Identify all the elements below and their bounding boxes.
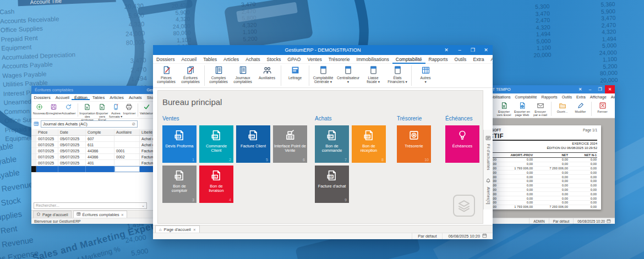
tile-bon-de-commande[interactable]: BCBon de commande7	[315, 125, 349, 163]
table-row[interactable]: 007/202505/07/2025401Facture N° 007/2025…	[31, 160, 172, 166]
menu-item-outils[interactable]: Outils	[451, 55, 470, 64]
column-header-date[interactable]: Date	[58, 129, 86, 135]
journal-selector[interactable]: Journal des Achats (AC) ⊘	[41, 120, 138, 128]
tab-ecritures-comptables[interactable]: Écritures comptables✕	[73, 211, 127, 218]
tile-commande-client[interactable]: CCCommande Client2	[199, 125, 233, 163]
menu-item-accueil[interactable]: Accueil	[178, 55, 200, 64]
report-preview-window[interactable]: TEST TEMPO ✕–❐✕ ImmobilisationsComptabil…	[473, 85, 615, 224]
menu-item-stocks[interactable]: Stocks	[263, 55, 284, 64]
minimize-button[interactable]: –	[453, 45, 466, 55]
menu-item-articles[interactable]: Articles	[107, 95, 127, 100]
minimize-button[interactable]: –	[585, 85, 595, 93]
button-lettrage[interactable]: Lettrage	[283, 64, 307, 87]
menu-item-edition[interactable]: Édition	[72, 95, 90, 100]
table-row[interactable]: 007/202505/07/2025443660002Facture N° 00…	[31, 154, 172, 160]
button-autres-formats[interactable]: Autres formats ▾	[109, 102, 123, 118]
maximize-button[interactable]: ❐	[466, 45, 479, 55]
button-modifier[interactable]: Modifier	[571, 101, 590, 117]
maximize-button[interactable]: ❐	[595, 85, 605, 93]
button-envoyer-par-e-mail[interactable]: Envoyer par e-mail	[531, 101, 549, 117]
menu-item-accueil[interactable]: Accueil	[53, 95, 72, 100]
button-etats-financiers[interactable]: États Financiers ▾	[385, 64, 410, 87]
calendar-icon[interactable]	[482, 233, 487, 239]
button-exporter-en-page-web[interactable]: Exporter en page Web	[513, 101, 531, 117]
button-centralisateur[interactable]: Centralisateur ▾	[335, 64, 361, 87]
menu-item-immobilisations[interactable]: Immobilisations	[353, 55, 392, 64]
clear-icon[interactable]: ⊘	[132, 122, 135, 126]
menu-item-rapports[interactable]: Rapports	[425, 55, 451, 64]
detach-button[interactable]: ✕	[440, 45, 453, 55]
menu-item-rapports[interactable]: Rapports	[539, 95, 559, 100]
button-comptes-comptables[interactable]: Comptes comptables	[206, 64, 231, 87]
menu-item-achats[interactable]: Achats	[242, 55, 263, 64]
tab-page-d-accueil[interactable]: Page d'accueil	[33, 211, 72, 218]
button-comptabilite-generale[interactable]: Comptabilité Générale ▾	[311, 64, 335, 87]
tile-bon-de-comptoir[interactable]: BCBon de comptoir3	[162, 166, 197, 203]
button-exporter-vers-excel[interactable]: Exporter vers Excel	[95, 102, 109, 118]
button-validation[interactable]: Validation	[140, 102, 154, 118]
menu-item-achats[interactable]: Achats	[126, 95, 144, 100]
button-nouveau[interactable]: Nouveau	[32, 102, 46, 118]
button-imprimer[interactable]: Imprimer	[123, 102, 137, 118]
chevron-down-icon[interactable]: ⌄	[141, 203, 145, 208]
tile-facture-client[interactable]: FCFacture Client5	[236, 125, 270, 163]
button-importation-des-ecritures[interactable]: Importation des écritures	[79, 102, 95, 118]
button-liasse-fiscale[interactable]: Liasse fiscale ▾	[361, 64, 385, 87]
menu-item-gpao[interactable]: GPAO	[284, 55, 304, 64]
menu-item-tresorerie[interactable]: Trésorerie	[325, 55, 353, 64]
button-ecritures-comptables[interactable]: Écritures comptables	[178, 64, 203, 87]
gestiumerp-main-window[interactable]: GestiumERP - DEMONSTRATION ✕–❐✕ Dossiers…	[153, 45, 493, 239]
report-preview-area[interactable]: RTASOFT Page 1/1 ACTIF EXERCICE 2024 ÉDI…	[473, 118, 615, 218]
main-window-titlebar[interactable]: GestiumERP - DEMONSTRATION ✕–❐✕	[153, 45, 493, 55]
close-button[interactable]: ✕	[479, 45, 493, 55]
close-button[interactable]: ✕	[605, 85, 615, 93]
button-exporter-vers-excel[interactable]: Exporter vers Excel	[495, 101, 513, 117]
tile-tresorerie[interactable]: Trésorerie10	[397, 125, 431, 163]
menu-item-comptabilite[interactable]: Comptabilité	[392, 55, 425, 64]
menu-item-aide[interactable]: Aide	[609, 95, 615, 100]
menu-item-ventes[interactable]: Ventes	[304, 55, 325, 64]
left-window-titlebar[interactable]: Écritures comptables GestiumERP	[31, 86, 172, 94]
right-window-titlebar[interactable]: TEST TEMPO ✕–❐✕	[473, 85, 615, 93]
button-actualiser[interactable]: Actualiser	[62, 102, 75, 118]
menu-item-comptabilite[interactable]: Comptabilité	[513, 95, 539, 100]
tile-interface-point-de-vente[interactable]: Interface Point de Vente6	[273, 125, 307, 163]
tile-facture-d-achat[interactable]: FAFacture d'achat9	[315, 166, 349, 203]
menu-item-affichage[interactable]: Affichage	[588, 95, 609, 100]
tab-close-icon[interactable]: ✕	[121, 213, 124, 217]
menu-item-extra[interactable]: Extra	[574, 95, 588, 100]
column-header-compte[interactable]: Compte	[86, 129, 114, 135]
menu-item-articles[interactable]: Articles	[220, 55, 242, 64]
table-row[interactable]: 007/202505/07/2025611Achat de prestation…	[31, 142, 172, 148]
column-header-auxiliaire[interactable]: Auxiliaire	[114, 129, 140, 135]
button-auxiliaires[interactable]: Auxiliaires	[255, 64, 279, 87]
menu-item-dossiers[interactable]: Dossiers	[31, 95, 53, 100]
tab-page-accueil[interactable]: ⌂ Page d'accueil ✕	[155, 225, 200, 233]
button-autres[interactable]: Autres ▾	[413, 64, 438, 87]
menu-item-outils[interactable]: Outils	[560, 95, 574, 100]
tile-devis-proforma[interactable]: FPDevis Proforma1	[162, 125, 197, 163]
tile-bon-de-livraison[interactable]: BLBon de livraison4	[199, 166, 233, 203]
auxiliaire-edit-cell[interactable]	[114, 166, 140, 172]
button-journaux-comptables[interactable]: Journaux comptables	[231, 64, 255, 87]
button-ouvrir[interactable]: Ouvrir...	[553, 101, 571, 117]
ecritures-comptables-window[interactable]: Écritures comptables GestiumERP Dossiers…	[31, 86, 172, 224]
button-fermer[interactable]: Fermer	[593, 101, 612, 117]
menu-item-tables[interactable]: Tables	[90, 95, 107, 100]
button-enregistrer[interactable]: Enregistrer	[46, 102, 62, 118]
calendar-icon[interactable]	[607, 219, 611, 224]
menu-item-dossiers[interactable]: Dossiers	[153, 55, 178, 64]
menu-item-tables[interactable]: Tables	[200, 55, 220, 64]
detach-button[interactable]: ✕	[575, 85, 585, 93]
table-row[interactable]: 007/202505/07/2025443660001Facture N° 00…	[31, 148, 172, 154]
tile-bon-de-reception[interactable]: BRBon de réception8	[352, 125, 386, 163]
menu-item-affichage[interactable]: Affichage	[487, 55, 493, 64]
table-row[interactable]: 007/202505/07/2025607Achat de marchandis…	[31, 136, 172, 142]
selected-new-entry-row[interactable]	[31, 166, 172, 173]
tile-echeances[interactable]: Échéances	[445, 125, 479, 163]
dock-tab-fil-d-actualites[interactable]: Fil d'actualités	[485, 133, 491, 170]
dock-tab-alertes-0[interactable]: Alertes[0]	[485, 176, 491, 205]
layers-button[interactable]	[453, 195, 475, 217]
tab-close-icon[interactable]: ✕	[193, 228, 196, 232]
menu-item-extra[interactable]: Extra	[470, 55, 487, 64]
